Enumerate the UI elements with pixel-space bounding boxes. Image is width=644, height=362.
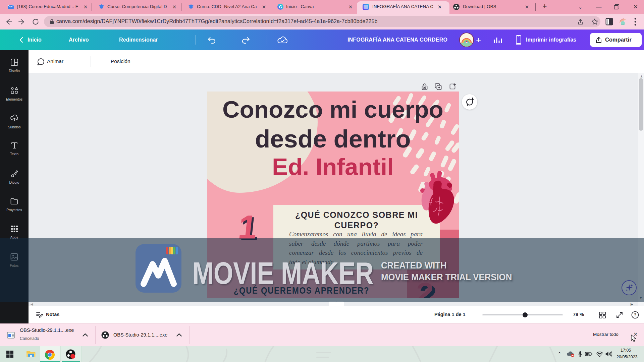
svg-text:?: ? bbox=[634, 312, 637, 317]
